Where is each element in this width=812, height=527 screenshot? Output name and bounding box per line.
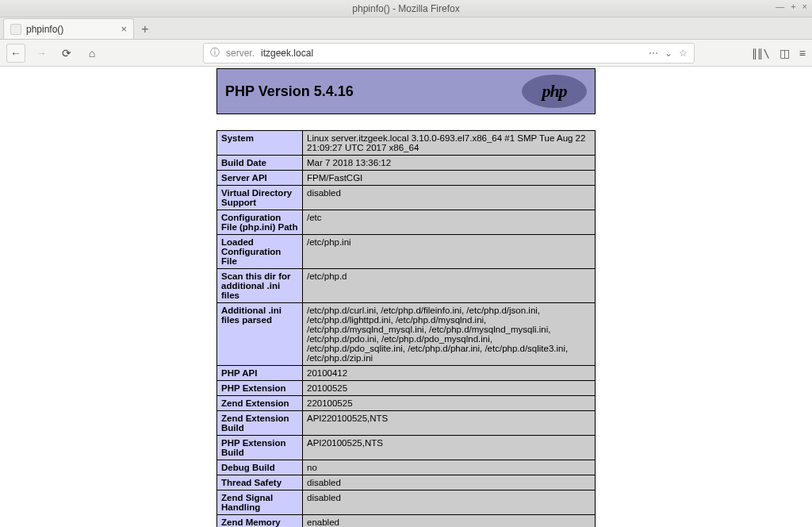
- phpinfo-key: Server API: [217, 171, 303, 186]
- phpinfo-key: Zend Memory Manager: [217, 515, 303, 528]
- phpinfo-row: Scan this dir for additional .ini files/…: [217, 269, 596, 303]
- phpinfo-row: PHP Extension BuildAPI20100525,NTS: [217, 436, 596, 460]
- browser-tab[interactable]: phpinfo() ×: [3, 18, 134, 39]
- phpinfo-value: 20100412: [303, 366, 596, 381]
- phpinfo-row: Configuration File (php.ini) Path/etc: [217, 210, 596, 235]
- sidebar-icon[interactable]: ◫: [779, 47, 790, 60]
- phpinfo-key: Additional .ini files parsed: [217, 303, 303, 366]
- phpinfo-table: SystemLinux server.itzgeek.local 3.10.0-…: [216, 130, 596, 527]
- phpinfo-value: API20100525,NTS: [303, 436, 596, 460]
- phpinfo-key: Zend Signal Handling: [217, 490, 303, 515]
- phpinfo-page: PHP Version 5.4.16 php SystemLinux serve…: [216, 68, 596, 527]
- back-button[interactable]: ←: [6, 44, 25, 63]
- phpinfo-value: enabled: [303, 515, 596, 528]
- site-info-icon[interactable]: ⓘ: [210, 46, 220, 60]
- reload-button[interactable]: ⟳: [57, 44, 76, 63]
- php-version-heading: PHP Version 5.4.16: [225, 83, 354, 100]
- phpinfo-key: Thread Safety: [217, 475, 303, 490]
- app-menu-icon[interactable]: ≡: [799, 47, 806, 60]
- page-actions-icon[interactable]: ⋯: [649, 48, 658, 59]
- tab-close-button[interactable]: ×: [121, 23, 127, 35]
- phpinfo-row: PHP Extension20100525: [217, 381, 596, 396]
- window-minimize-button[interactable]: —: [776, 2, 784, 11]
- phpinfo-key: Zend Extension: [217, 396, 303, 411]
- window-titlebar: phpinfo() - Mozilla Firefox — + ×: [0, 0, 812, 17]
- page-viewport[interactable]: PHP Version 5.4.16 php SystemLinux serve…: [0, 67, 812, 527]
- phpinfo-key: Virtual Directory Support: [217, 186, 303, 210]
- phpinfo-row: Virtual Directory Supportdisabled: [217, 186, 596, 210]
- phpinfo-row: PHP API20100412: [217, 366, 596, 381]
- window-close-button[interactable]: ×: [802, 2, 807, 11]
- phpinfo-row: Thread Safetydisabled: [217, 475, 596, 490]
- php-logo: php: [522, 75, 587, 108]
- phpinfo-value: no: [303, 460, 596, 475]
- window-title: phpinfo() - Mozilla Firefox: [352, 3, 459, 14]
- phpinfo-key: Loaded Configuration File: [217, 235, 303, 269]
- library-icon[interactable]: ∥∥\: [752, 47, 769, 60]
- tab-favicon: [10, 24, 21, 35]
- nav-toolbar: ← → ⟳ ⌂ ⓘ server.itzgeek.local ⋯ ⌄ ☆ ∥∥\…: [0, 40, 812, 67]
- phpinfo-value: 220100525: [303, 396, 596, 411]
- phpinfo-row: Additional .ini files parsed/etc/php.d/c…: [217, 303, 596, 366]
- phpinfo-row: Zend Extension BuildAPI220100525,NTS: [217, 411, 596, 436]
- tab-strip: phpinfo() × +: [0, 17, 812, 40]
- phpinfo-key: System: [217, 131, 303, 156]
- phpinfo-value: disabled: [303, 475, 596, 490]
- phpinfo-header: PHP Version 5.4.16 php: [216, 68, 596, 114]
- phpinfo-key: Zend Extension Build: [217, 411, 303, 436]
- phpinfo-row: Zend Memory Managerenabled: [217, 515, 596, 528]
- window-maximize-button[interactable]: +: [791, 2, 795, 11]
- phpinfo-row: Build DateMar 7 2018 13:36:12: [217, 156, 596, 171]
- phpinfo-value: API220100525,NTS: [303, 411, 596, 436]
- phpinfo-value: disabled: [303, 186, 596, 210]
- url-host: server.: [226, 48, 255, 59]
- phpinfo-key: PHP Extension Build: [217, 436, 303, 460]
- forward-button[interactable]: →: [32, 44, 51, 63]
- php-logo-text: php: [542, 81, 566, 102]
- phpinfo-key: PHP API: [217, 366, 303, 381]
- phpinfo-value: /etc/php.d: [303, 269, 596, 303]
- tab-title: phpinfo(): [26, 24, 63, 35]
- phpinfo-value: disabled: [303, 490, 596, 515]
- phpinfo-row: Zend Extension220100525: [217, 396, 596, 411]
- phpinfo-value: /etc/php.d/curl.ini, /etc/php.d/fileinfo…: [303, 303, 596, 366]
- phpinfo-value: 20100525: [303, 381, 596, 396]
- phpinfo-value: /etc: [303, 210, 596, 235]
- phpinfo-row: SystemLinux server.itzgeek.local 3.10.0-…: [217, 131, 596, 156]
- phpinfo-key: Debug Build: [217, 460, 303, 475]
- phpinfo-value: Linux server.itzgeek.local 3.10.0-693.el…: [303, 131, 596, 156]
- phpinfo-value: FPM/FastCGI: [303, 171, 596, 186]
- pocket-icon[interactable]: ⌄: [665, 48, 672, 59]
- phpinfo-key: Configuration File (php.ini) Path: [217, 210, 303, 235]
- bookmark-star-icon[interactable]: ☆: [679, 48, 688, 59]
- phpinfo-key: PHP Extension: [217, 381, 303, 396]
- new-tab-button[interactable]: +: [134, 20, 156, 39]
- phpinfo-key: Build Date: [217, 156, 303, 171]
- phpinfo-row: Zend Signal Handlingdisabled: [217, 490, 596, 515]
- phpinfo-row: Debug Buildno: [217, 460, 596, 475]
- home-button[interactable]: ⌂: [82, 44, 102, 63]
- phpinfo-value: /etc/php.ini: [303, 235, 596, 269]
- phpinfo-row: Server APIFPM/FastCGI: [217, 171, 596, 186]
- url-bar[interactable]: ⓘ server.itzgeek.local ⋯ ⌄ ☆: [203, 43, 695, 63]
- url-rest: itzgeek.local: [261, 48, 313, 59]
- phpinfo-row: Loaded Configuration File/etc/php.ini: [217, 235, 596, 269]
- phpinfo-value: Mar 7 2018 13:36:12: [303, 156, 596, 171]
- phpinfo-key: Scan this dir for additional .ini files: [217, 269, 303, 303]
